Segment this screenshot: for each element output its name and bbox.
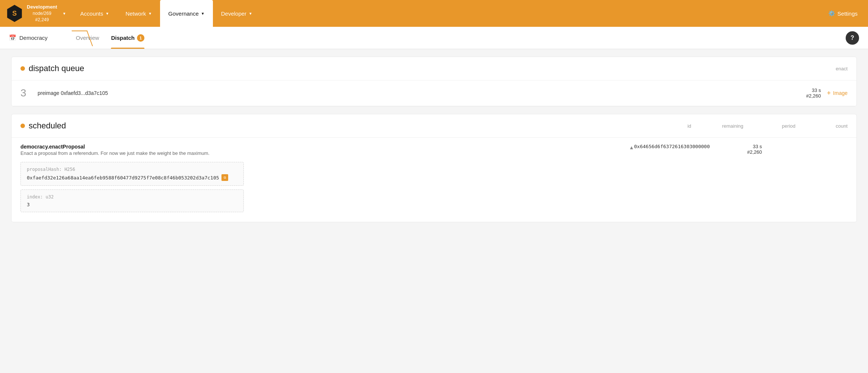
- network-label: Network: [125, 10, 146, 17]
- scheduled-item-desc: Enact a proposal from a referendum. For …: [20, 150, 629, 156]
- settings-nav-item[interactable]: ⚙️ Settings: [824, 10, 862, 17]
- nav-logo: S: [6, 5, 23, 22]
- scheduled-dot-icon: [20, 124, 25, 128]
- dispatch-queue-header: dispatch queue enact: [12, 57, 856, 80]
- dispatch-queue-card: dispatch queue enact 3 preimage 0xfaefd3…: [11, 57, 857, 106]
- secondary-nav: 📅 Democracy Overview Dispatch 1 ?: [0, 27, 868, 49]
- nav-item-governance[interactable]: Governance ▼: [160, 0, 213, 27]
- nav-item-accounts[interactable]: Accounts ▼: [72, 0, 118, 27]
- collapse-chevron-icon[interactable]: ▲: [629, 144, 634, 150]
- param-block-1: index: u32 3: [20, 189, 244, 212]
- scheduled-title-text: scheduled: [29, 121, 66, 131]
- nav-item-developer[interactable]: Developer ▼: [213, 0, 261, 27]
- developer-chevron-icon: ▼: [249, 12, 252, 16]
- help-icon: ?: [851, 35, 854, 41]
- scheduled-item-name: democracy.enactProposal: [20, 144, 629, 150]
- nav-item-network[interactable]: Network ▼: [117, 0, 160, 27]
- governance-label: Governance: [168, 10, 199, 17]
- node-name: Development: [27, 4, 57, 10]
- image-button[interactable]: + Image: [827, 89, 848, 97]
- scheduled-item-right: 0x64656d6f6372616303000000 33 s #2,260: [634, 144, 848, 155]
- nav-brand[interactable]: S Development node/269 #2,249 ▼: [6, 4, 66, 23]
- democracy-calendar-icon: 📅: [9, 34, 16, 41]
- node-number: #2,249: [27, 17, 57, 23]
- main-content: dispatch queue enact 3 preimage 0xfaefd3…: [0, 49, 868, 237]
- dispatch-title-text: dispatch queue: [29, 64, 84, 73]
- scheduled-item: democracy.enactProposal Enact a proposal…: [12, 138, 856, 222]
- nav-brand-text: Development node/269 #2,249: [27, 4, 57, 23]
- tab-dispatch-label: Dispatch: [111, 35, 134, 41]
- scheduled-item-header: democracy.enactProposal Enact a proposal…: [20, 144, 848, 216]
- param-label-0: proposalHash: H256: [27, 167, 237, 172]
- scheduled-remaining: 33 s #2,260: [732, 144, 762, 155]
- dispatch-col-header: enact: [836, 66, 848, 71]
- image-btn-label: Image: [833, 90, 848, 96]
- settings-label: Settings: [837, 10, 858, 17]
- col-header-period: period: [766, 123, 795, 129]
- dispatch-queue-title: dispatch queue: [20, 64, 84, 73]
- col-header-id: id: [661, 123, 691, 129]
- param-block-0: proposalHash: H256 0xfaefd32e126a68aa14e…: [20, 162, 244, 186]
- param-label-1: index: u32: [27, 194, 237, 200]
- param-value-1: 3: [27, 202, 237, 207]
- scheduled-header: scheduled id remaining period count: [12, 114, 856, 138]
- param-index-text: 3: [27, 202, 30, 207]
- logo-symbol: S: [12, 10, 17, 17]
- dispatch-dot-icon: [20, 66, 25, 71]
- dispatch-time: 33 s: [806, 87, 821, 93]
- scheduled-title: scheduled: [20, 121, 661, 131]
- row-right: 33 s #2,260 + Image: [806, 87, 848, 99]
- democracy-link[interactable]: 📅 Democracy: [9, 34, 48, 41]
- accounts-chevron-icon: ▼: [105, 12, 109, 16]
- tab-overview[interactable]: Overview: [70, 27, 105, 49]
- remaining-block: #2,260: [732, 149, 762, 155]
- navbar: S Development node/269 #2,249 ▼ Accounts…: [0, 0, 868, 27]
- help-button[interactable]: ?: [846, 31, 859, 45]
- remaining-time: 33 s: [732, 144, 762, 149]
- scheduled-id: 0x64656d6f6372616303000000: [634, 144, 710, 149]
- node-id: node/269: [27, 10, 57, 17]
- governance-chevron-icon: ▼: [201, 12, 205, 16]
- copy-icon-0[interactable]: ⧉: [221, 174, 228, 181]
- time-block: 33 s #2,260: [806, 87, 821, 99]
- col-header-count: count: [818, 123, 848, 129]
- dispatch-badge: 1: [137, 34, 144, 42]
- nav-items: Accounts ▼ Network ▼ Governance ▼ Develo…: [72, 0, 448, 27]
- col-header-remaining: remaining: [714, 123, 743, 129]
- tab-dispatch[interactable]: Dispatch 1: [105, 27, 150, 49]
- dispatch-block: #2,260: [806, 93, 821, 99]
- network-chevron-icon: ▼: [148, 12, 152, 16]
- scheduled-card: scheduled id remaining period count demo…: [11, 114, 857, 222]
- scheduled-item-meta: ▲: [629, 144, 634, 150]
- param-hash-text: 0xfaefd32e126a68aa14ea6feb9588f60477d927…: [27, 175, 219, 181]
- settings-gear-icon: ⚙️: [828, 10, 835, 17]
- dispatch-row: 3 preimage 0xfaefd3...d3a7c105 33 s #2,2…: [12, 80, 856, 106]
- democracy-label: Democracy: [19, 35, 48, 41]
- developer-label: Developer: [221, 10, 246, 17]
- brand-chevron-icon: ▼: [63, 12, 66, 16]
- scheduled-item-left: democracy.enactProposal Enact a proposal…: [20, 144, 629, 216]
- row-number: 3: [20, 87, 32, 99]
- tab-overview-label: Overview: [76, 35, 99, 41]
- row-content: preimage 0xfaefd3...d3a7c105: [38, 90, 800, 96]
- plus-icon: +: [827, 89, 831, 97]
- param-value-0: 0xfaefd32e126a68aa14ea6feb9588f60477d927…: [27, 174, 237, 181]
- scheduled-col-headers: id remaining period count: [661, 123, 848, 129]
- accounts-label: Accounts: [80, 10, 103, 17]
